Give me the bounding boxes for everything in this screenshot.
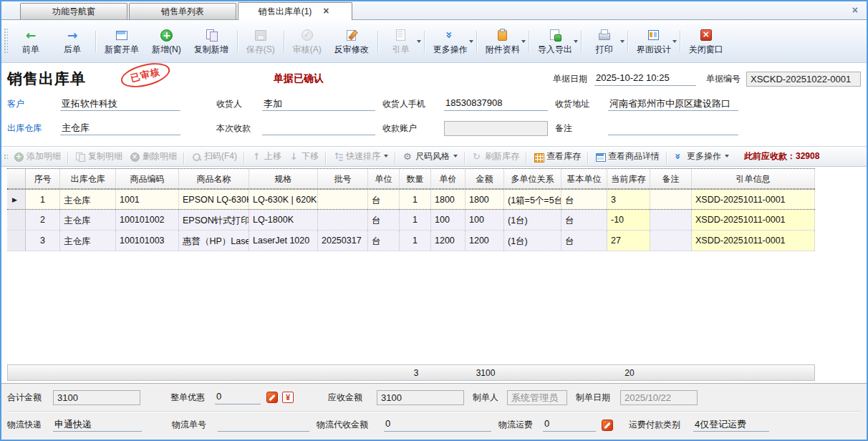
ui-design-button[interactable]: 界面设计 [630,26,677,57]
more-ops-button[interactable]: 更多操作 [427,26,474,57]
dropdown-arrow-icon[interactable] [469,40,473,45]
add-new-icon [160,29,173,42]
more-detail-ops-button[interactable]: 更多操作 [670,150,733,163]
cell-price: 1200 [431,231,466,251]
unaudit-button[interactable]: 反审修改 [328,26,375,57]
cell-warehouse: 主仓库 [60,210,116,230]
save-button[interactable]: 保存(S) [240,26,281,57]
table-row[interactable]: 1 主仓库 1001 EPSON LQ-630K LQ-630K | 620K … [7,189,815,210]
col-header-code[interactable]: 商品编码 [116,169,179,188]
view-product-button[interactable]: 查看商品详情 [592,150,663,163]
address-field[interactable]: 河南省郑州市中原区建设路口 [608,97,738,111]
doc-no-field: XSCKD-20251022-0001 [746,72,861,87]
col-header-product[interactable]: 商品名称 [179,169,249,188]
ui-design-icon [647,29,660,42]
dropdown-arrow-icon[interactable] [417,40,421,45]
receivable-field: 3100 [377,390,464,405]
edit-discount-icon[interactable] [266,392,278,403]
cell-base-unit: 台 [561,231,607,251]
delete-detail-button[interactable]: 删除明细 [126,150,180,163]
quick-sort-button[interactable]: 快速排序 [329,150,392,163]
cell-spec: LQ-1800K [249,210,318,230]
tab-nav-window[interactable]: 功能导航窗 [20,3,127,19]
audit-button[interactable]: 审核(A) [286,26,328,57]
col-header-price[interactable]: 单价 [431,169,466,188]
table-row[interactable]: 3 主仓库 100101003 惠普（HP）LaserJet LaserJet … [7,231,815,251]
receiver-phone-field[interactable]: 18530837908 [444,97,548,111]
col-header-spec[interactable]: 规格 [249,169,318,188]
import-export-button[interactable]: 导入导出 [531,26,579,57]
copy-add-button[interactable]: 复制新增 [188,26,235,57]
round-off-icon[interactable] [282,392,294,403]
d-down-icon [289,152,299,162]
col-header-amount[interactable]: 金额 [466,169,504,188]
dropdown-arrow-icon[interactable] [620,40,625,45]
cell-product: EPSON针式打印机 [179,210,249,230]
total-qty: 3 [400,368,432,378]
receivable-label: 应收金额 [328,392,370,404]
col-header-qty[interactable]: 数量 [400,169,431,188]
dropdown-arrow-icon[interactable] [725,155,729,160]
prev-button[interactable]: 前单 [10,26,52,57]
tab-sales-outbound[interactable]: 销售出库单(1) [238,2,352,20]
view-stock-button[interactable]: 查看库存 [530,150,584,163]
pull-order-button[interactable]: 引单 [380,26,422,57]
warehouse-field[interactable]: 主仓库 [60,122,180,135]
col-header-warehouse[interactable]: 出库仓库 [60,169,116,188]
attachment-button[interactable]: 附件资料 [479,26,526,57]
dropdown-arrow-icon[interactable] [384,155,388,160]
cell-note [650,190,692,209]
dropdown-arrow-icon[interactable] [521,40,526,45]
tracking-no-field[interactable] [218,418,309,432]
cell-note [650,210,692,230]
add-button[interactable]: 新增(N) [145,26,188,57]
col-header-unit[interactable]: 单位 [368,169,400,188]
d-add-icon [14,152,24,162]
address-label: 收货地址 [555,98,608,110]
customer-field[interactable]: 亚拓软件科技 [60,97,180,111]
edit-freight-icon[interactable] [602,420,613,431]
col-header-note[interactable]: 备注 [650,169,692,188]
col-header-base-unit[interactable]: 基本单位 [561,169,607,188]
import-export-icon [549,29,561,42]
window-close-icon[interactable]: × [852,4,858,16]
cell-ref: XSDD-20251011-0001 [692,210,815,230]
dropdown-arrow-icon[interactable] [453,155,458,160]
remark-field[interactable] [608,122,738,135]
scan-button[interactable]: 扫码(F4) [188,150,241,163]
freight-field[interactable]: 0 [543,418,596,432]
tab-sales-list[interactable]: 销售单列表 [129,3,236,19]
doc-date-field[interactable]: 2025-10-22 10:25 [594,72,696,86]
freight-type-field[interactable]: 4仅登记运费 [693,418,769,432]
tab-close-icon[interactable] [323,7,332,16]
prior-receivable-value: 32908 [796,151,819,161]
total-stock: 20 [608,368,651,378]
receiver-field[interactable]: 李加 [262,97,375,111]
page-title: 销售出库单 [7,69,86,89]
col-header-seq[interactable]: 序号 [26,169,60,188]
refresh-stock-button[interactable]: 刷新库存 [468,150,523,163]
detail-grid: 序号 出库仓库 商品编码 商品名称 规格 批号 单位 数量 单价 金额 多单位关… [1,167,867,383]
col-header-batch[interactable]: 批号 [318,169,368,188]
dropdown-arrow-icon[interactable] [574,40,578,45]
close-window-button[interactable]: 关闭窗口 [683,26,730,57]
print-button[interactable]: 打印 [584,26,625,57]
add-detail-button[interactable]: 添加明细 [10,150,64,163]
next-button[interactable]: 后单 [52,26,93,57]
table-row[interactable]: 2 主仓库 100101002 EPSON针式打印机 LQ-1800K 台 1 … [7,210,815,231]
col-header-stock[interactable]: 当前库存 [607,169,650,188]
copy-detail-button[interactable]: 复制明细 [72,150,126,163]
logistics-field[interactable]: 申通快递 [53,418,142,432]
total-amount-label: 合计金额 [7,392,49,404]
cell-base-unit: 台 [561,190,607,209]
dropdown-arrow-icon[interactable] [672,40,677,45]
size-style-button[interactable]: 尺码风格 [399,150,461,163]
payment-now-field[interactable] [262,122,375,135]
new-window-button[interactable]: 新窗开单 [98,26,145,57]
col-header-ref[interactable]: 引单信息 [692,169,815,188]
move-down-button[interactable]: 下移 [285,150,322,163]
move-up-button[interactable]: 上移 [248,150,285,163]
discount-field[interactable]: 0 [215,391,261,404]
cod-amount-field[interactable]: 0 [384,418,491,432]
col-header-multi-unit[interactable]: 多单位关系 [504,169,561,188]
